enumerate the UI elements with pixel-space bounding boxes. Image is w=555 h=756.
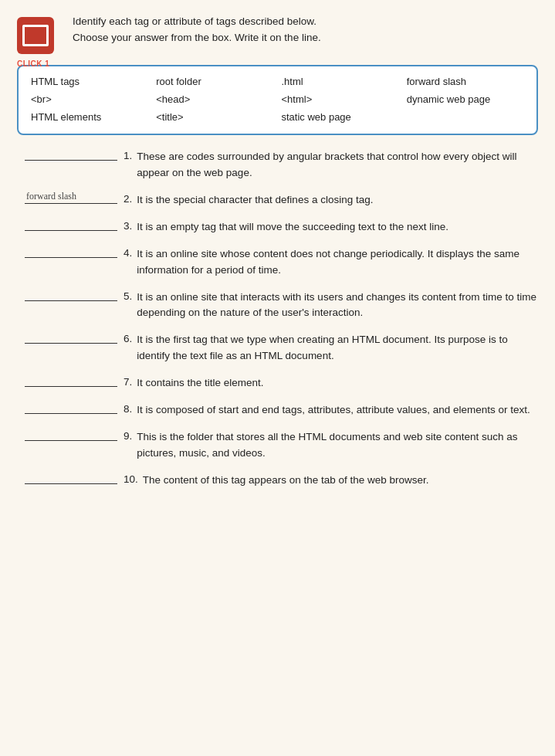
answer-line-6[interactable]: [25, 343, 117, 344]
question-4: 4. It is an online site whose content do…: [25, 246, 538, 279]
header: CLICK 1 Identify each tag or attribute o…: [17, 14, 538, 54]
page: CLICK 1 Identify each tag or attribute o…: [0, 0, 555, 756]
q5-number: 5.: [124, 290, 132, 302]
question-6: 6. It is the first tag that we type when…: [25, 332, 538, 364]
instruction-line2: Choose your answer from the box. Write i…: [73, 32, 321, 43]
answer-line-7[interactable]: [25, 386, 117, 387]
q1-number: 1.: [124, 150, 132, 161]
answer-line-4[interactable]: [25, 257, 117, 258]
handwritten-2: forward slash: [26, 191, 76, 202]
q7-text: It contains the title element.: [137, 375, 538, 392]
questions-section: 1. These are codes surrounded by angular…: [17, 149, 538, 489]
question-3: 3. It is an empty tag that will move the…: [25, 219, 538, 236]
answer-line-2[interactable]: forward slash: [25, 203, 117, 204]
question-5: 5. It is an online site that interacts w…: [25, 290, 538, 322]
q8-text: It is composed of start and end tags, at…: [137, 402, 538, 419]
q2-text: It is the special character that defines…: [137, 192, 538, 208]
q4-number: 4.: [124, 247, 132, 259]
answer-item-9: <title>: [156, 110, 273, 124]
answer-item-0: HTML tags: [31, 74, 148, 89]
q9-number: 9.: [124, 430, 132, 442]
answer-item-8: HTML elements: [31, 110, 148, 124]
answer-item-3: forward slash: [407, 74, 524, 89]
logo-wrapper: CLICK 1: [17, 15, 63, 54]
answer-item-2: .html: [282, 74, 399, 89]
answer-item-4: <br>: [31, 92, 148, 107]
answer-line-9[interactable]: [25, 440, 117, 441]
q7-number: 7.: [124, 376, 132, 388]
answer-item-10: static web page: [282, 110, 399, 124]
click-label: CLICK 1: [17, 59, 49, 68]
question-8: 8. It is composed of start and end tags,…: [25, 402, 538, 419]
answer-item-5: <head>: [156, 92, 273, 107]
q6-text: It is the first tag that we type when cr…: [137, 332, 538, 364]
q5-text: It is an online site that interacts with…: [137, 290, 538, 322]
q6-number: 6.: [124, 333, 132, 344]
answer-box: HTML tags root folder .html forward slas…: [17, 65, 538, 135]
q8-number: 8.: [124, 403, 132, 415]
answer-item-1: root folder: [156, 74, 273, 89]
answer-line-3[interactable]: [25, 230, 117, 231]
answer-item-7: dynamic web page: [407, 92, 524, 107]
q3-text: It is an empty tag that will move the su…: [137, 219, 538, 236]
answer-line-5[interactable]: [25, 300, 117, 301]
question-10: 10. The content of this tag appears on t…: [25, 473, 538, 489]
q10-number: 10.: [124, 473, 138, 485]
answer-line-8[interactable]: [25, 413, 117, 414]
question-7: 7. It contains the title element.: [25, 375, 538, 392]
instruction-line1: Identify each tag or attribute of tags d…: [73, 15, 316, 27]
q1-text: These are codes surrounded by angular br…: [137, 149, 538, 181]
answer-item-6: <html>: [282, 92, 399, 107]
q4-text: It is an online site whose content does …: [137, 246, 538, 279]
q10-text: The content of this tag appears on the t…: [143, 473, 538, 489]
question-2: forward slash 2. It is the special chara…: [25, 192, 538, 208]
answer-line-10[interactable]: [25, 483, 117, 484]
question-1: 1. These are codes surrounded by angular…: [25, 149, 538, 181]
logo-icon: [17, 17, 54, 54]
q2-number: 2.: [124, 193, 132, 205]
question-9: 9. This is the folder that stores all th…: [25, 429, 538, 462]
q9-text: This is the folder that stores all the H…: [137, 429, 538, 462]
header-instructions: Identify each tag or attribute of tags d…: [73, 14, 538, 46]
q3-number: 3.: [124, 220, 132, 232]
answer-line-1[interactable]: [25, 160, 117, 161]
answer-item-11: [407, 110, 524, 124]
